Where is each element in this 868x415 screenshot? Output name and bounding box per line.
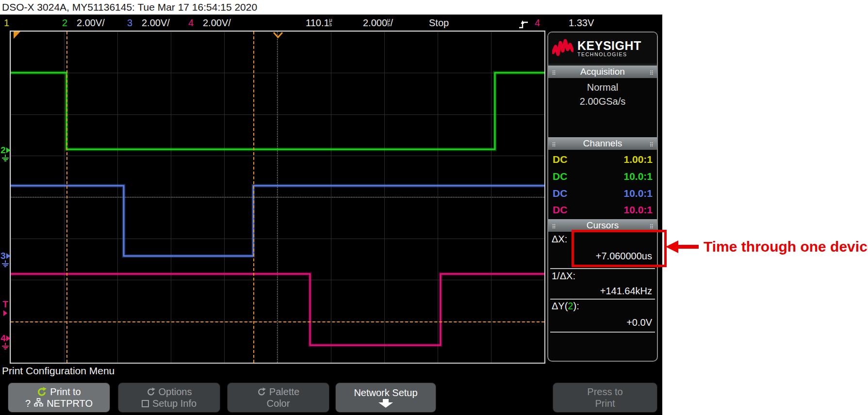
softkey-press-to-print[interactable]: Press to Print bbox=[553, 383, 657, 413]
sample-rate: 2.00GSa/s bbox=[548, 96, 657, 107]
keysight-logo-icon bbox=[552, 38, 573, 59]
channels-header[interactable]: ⠿ Channels ⠿ bbox=[548, 137, 657, 150]
softkey-network-setup[interactable]: Network Setup bbox=[335, 383, 436, 413]
divider bbox=[550, 268, 655, 269]
cursor-x2-line[interactable] bbox=[253, 32, 254, 363]
down-arrow-icon bbox=[378, 399, 393, 408]
channel-3-badge[interactable]: 3 bbox=[127, 17, 132, 29]
inverse-delta-x-value: +141.64kHz bbox=[600, 286, 652, 297]
run-state[interactable]: Stop bbox=[429, 17, 449, 29]
time-reference-readout[interactable]: 110.1μs bbox=[306, 17, 332, 29]
waveform-channel-4 bbox=[11, 274, 544, 345]
softkey-print-to[interactable]: Print to ? NETPRTO bbox=[8, 383, 110, 413]
waveform-channel-2 bbox=[11, 73, 544, 149]
waveform-channel-2 bbox=[11, 73, 544, 149]
grip-icon: ⠿ bbox=[552, 139, 556, 151]
cycle-icon bbox=[257, 387, 266, 396]
annotation-highlight-box bbox=[572, 230, 667, 267]
timebase-readout[interactable]: 2.000μs/ bbox=[363, 17, 393, 29]
grip-icon: ⠿ bbox=[552, 67, 556, 80]
inverse-delta-x-label: 1/ΔX: bbox=[552, 271, 575, 282]
checkbox-icon[interactable] bbox=[142, 400, 149, 407]
cycle-icon bbox=[147, 387, 155, 396]
acquisition-mode: Normal bbox=[548, 82, 657, 93]
waveform-channel-3 bbox=[11, 186, 544, 256]
channel-2-ground-marker-icon: 2 bbox=[0, 145, 11, 162]
waveform-traces bbox=[11, 32, 544, 363]
waveform-channel-4 bbox=[11, 274, 544, 345]
trigger-edge-icon bbox=[518, 18, 529, 32]
annotation-arrow-icon bbox=[666, 240, 678, 253]
annotation-text: Time through one device bbox=[704, 239, 868, 255]
delta-x-label: ΔX: bbox=[552, 234, 567, 245]
waveform-channel-3 bbox=[11, 186, 544, 256]
softkey-palette[interactable]: Palette Color bbox=[227, 383, 329, 413]
cursor-x1-line[interactable] bbox=[66, 32, 67, 363]
grip-icon: ⠿ bbox=[552, 221, 556, 233]
trigger-source-badge[interactable]: 4 bbox=[535, 17, 540, 29]
channel-4-scale[interactable]: 2.00V/ bbox=[203, 17, 231, 29]
channel-2-row: DC10.0:1 bbox=[553, 171, 653, 185]
channel-3-ground-marker-icon: 3 bbox=[0, 251, 11, 268]
delta-y-value: +0.0V bbox=[626, 317, 652, 328]
channel-3-row: DC10.0:1 bbox=[553, 188, 653, 202]
channel-2-scale[interactable]: 2.00V/ bbox=[77, 17, 105, 29]
waveform-display bbox=[10, 31, 545, 364]
channel-4-ground-marker-icon: 4 bbox=[0, 334, 11, 350]
channel-1-row: DC1.00:1 bbox=[553, 154, 653, 168]
trigger-level-line[interactable] bbox=[11, 321, 544, 322]
brand-name: KEYSIGHT bbox=[577, 40, 641, 51]
channel-4-badge[interactable]: 4 bbox=[188, 17, 194, 29]
channel-3-scale[interactable]: 2.00V/ bbox=[142, 17, 170, 29]
oscilloscope-screen: 1 2 2.00V/ 3 2.00V/ 4 2.00V/ 110.1μs 2.0… bbox=[0, 15, 662, 415]
acquisition-header[interactable]: ⠿ Acquisition ⠿ bbox=[548, 65, 657, 78]
info-panel: KEYSIGHTTECHNOLOGIES ⠿ Acquisition ⠿ Nor… bbox=[547, 32, 658, 362]
page: DSO-X 3024A, MY51136145: Tue Mar 17 16:5… bbox=[0, 0, 868, 415]
channel-2-badge[interactable]: 2 bbox=[62, 17, 67, 29]
network-icon bbox=[34, 398, 43, 409]
channel-4-row: DC10.0:1 bbox=[553, 204, 653, 219]
channel-1-badge[interactable]: 1 bbox=[4, 17, 9, 29]
cycle-icon bbox=[37, 387, 47, 397]
menu-title: Print Configuration Menu bbox=[2, 365, 115, 377]
grip-icon: ⠿ bbox=[649, 139, 654, 151]
delta-y-label: ΔY(2): bbox=[552, 301, 579, 312]
annotation-arrow-line bbox=[677, 245, 699, 249]
trigger-level-readout[interactable]: 1.33V bbox=[569, 17, 594, 29]
keysight-logo: KEYSIGHTTECHNOLOGIES bbox=[548, 32, 657, 64]
question-mark: ? bbox=[25, 398, 31, 409]
divider bbox=[550, 299, 655, 300]
trigger-level-marker-icon: T bbox=[0, 300, 11, 316]
divider bbox=[550, 332, 655, 333]
softkey-options[interactable]: Options Setup Info bbox=[118, 383, 220, 413]
grip-icon: ⠿ bbox=[649, 67, 654, 80]
page-title: DSO-X 3024A, MY51136145: Tue Mar 17 16:5… bbox=[2, 1, 257, 13]
